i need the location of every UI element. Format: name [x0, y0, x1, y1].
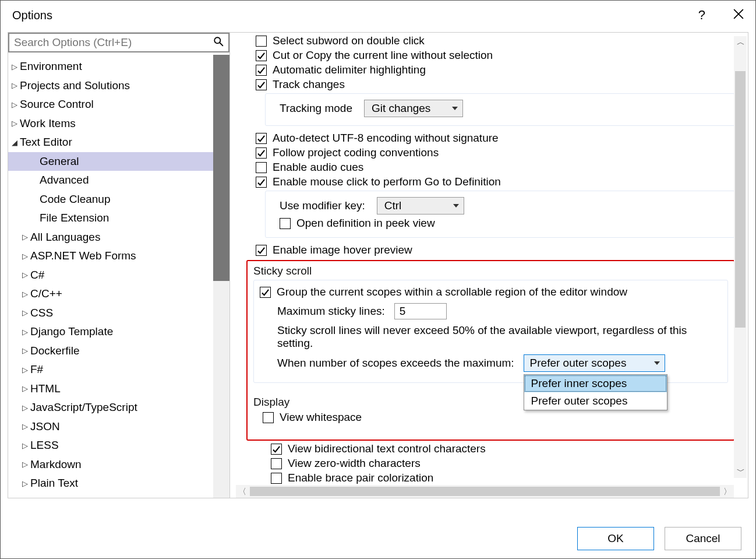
- chevron-right-icon[interactable]: 〉: [723, 487, 732, 497]
- help-icon[interactable]: ?: [698, 8, 705, 23]
- checkbox-icon[interactable]: [256, 162, 267, 173]
- checkbox-icon[interactable]: [256, 36, 267, 47]
- max-sticky-input[interactable]: [394, 303, 447, 319]
- tree-item-label: Dockerfile: [30, 343, 79, 360]
- opt-zero[interactable]: View zero-width characters: [271, 457, 735, 470]
- search-icon[interactable]: [213, 36, 224, 49]
- opt-gotodef[interactable]: Enable mouse click to perform Go to Defi…: [256, 175, 735, 188]
- modifier-select[interactable]: Ctrl: [377, 197, 464, 215]
- close-icon[interactable]: [733, 9, 744, 22]
- tree-item[interactable]: ▷Source Control: [8, 95, 213, 114]
- tree-item[interactable]: ▷CSS: [8, 304, 213, 323]
- tree-item[interactable]: Advanced: [8, 171, 213, 190]
- caret-right-icon[interactable]: ▷: [12, 80, 19, 92]
- checkbox-icon[interactable]: [256, 50, 267, 61]
- checkbox-icon[interactable]: [256, 79, 267, 90]
- caret-right-icon[interactable]: ▷: [22, 421, 29, 433]
- caret-right-icon[interactable]: ▷: [12, 61, 19, 73]
- caret-right-icon[interactable]: ▷: [22, 289, 29, 300]
- caret-right-icon[interactable]: ▷: [22, 231, 29, 243]
- scopes-dropdown[interactable]: Prefer inner scopes Prefer outer scopes: [524, 374, 667, 410]
- tree-item[interactable]: ▷HTML: [8, 379, 213, 399]
- opt-subword[interactable]: Select subword on double click: [256, 34, 735, 47]
- ok-button[interactable]: OK: [577, 527, 654, 550]
- tree-item[interactable]: ▷Work Items: [8, 114, 213, 133]
- caret-right-icon[interactable]: ▷: [22, 269, 29, 281]
- vertical-scrollbar[interactable]: ︿ ﹀: [734, 36, 747, 478]
- opt-whitespace[interactable]: View whitespace: [263, 411, 734, 424]
- tree-item[interactable]: ▷All Languages: [8, 228, 213, 247]
- chevron-up-icon[interactable]: ︿: [737, 37, 745, 48]
- tree-item-label: F#: [30, 361, 43, 378]
- chevron-down-icon[interactable]: ﹀: [737, 466, 745, 477]
- tree-item[interactable]: ▷Plain Text: [8, 474, 213, 493]
- caret-right-icon[interactable]: ▷: [22, 364, 29, 376]
- checkbox-icon[interactable]: [256, 65, 267, 76]
- caret-right-icon[interactable]: ▷: [22, 326, 29, 338]
- opt-peek[interactable]: Open definition in peek view: [280, 217, 729, 230]
- tree-item[interactable]: ▷Projects and Solutions: [8, 76, 213, 96]
- caret-right-icon[interactable]: ▷: [12, 99, 19, 111]
- caret-right-icon[interactable]: ▷: [22, 345, 29, 357]
- tracking-mode-select[interactable]: Git changes: [364, 100, 463, 117]
- scrollbar-thumb[interactable]: [735, 71, 746, 328]
- opt-track[interactable]: Track changes: [256, 78, 735, 91]
- checkbox-icon[interactable]: [256, 177, 267, 188]
- tree-item[interactable]: ▷C/C++: [8, 284, 213, 304]
- checkbox-icon[interactable]: [271, 458, 282, 469]
- opt-delim[interactable]: Automatic delimiter highlighting: [256, 64, 735, 76]
- chevron-left-icon[interactable]: 〈: [238, 487, 246, 497]
- opt-bidi[interactable]: View bidirectional text control characte…: [271, 442, 735, 455]
- opt-cutcopy[interactable]: Cut or Copy the current line without sel…: [256, 49, 735, 62]
- tree-item[interactable]: ▷Python: [8, 493, 213, 498]
- search-box[interactable]: [8, 33, 229, 52]
- tree-item[interactable]: File Extension: [8, 209, 213, 228]
- tree-item[interactable]: ▷LESS: [8, 436, 213, 455]
- horizontal-scrollbar[interactable]: 〈 〉: [236, 485, 734, 498]
- checkbox-icon[interactable]: [256, 245, 267, 256]
- tree-item[interactable]: ▷Django Template: [8, 322, 213, 342]
- tree-item[interactable]: ◢Text Editor: [8, 133, 213, 152]
- opt-conventions[interactable]: Follow project coding conventions: [256, 146, 735, 159]
- tree-item[interactable]: ▷Markdown: [8, 455, 213, 474]
- caret-right-icon[interactable]: ▷: [12, 118, 19, 129]
- tree-item[interactable]: ▷JavaScript/TypeScript: [8, 398, 213, 417]
- caret-right-icon[interactable]: ▷: [22, 459, 29, 470]
- caret-down-icon[interactable]: ◢: [12, 137, 19, 149]
- tree-item[interactable]: ▷F#: [8, 360, 213, 379]
- caret-right-icon[interactable]: ▷: [22, 478, 29, 490]
- scopes-option-inner[interactable]: Prefer inner scopes: [524, 375, 667, 392]
- tree-item[interactable]: ▷C#: [8, 266, 213, 285]
- checkbox-icon[interactable]: [256, 133, 267, 144]
- tree-item[interactable]: General: [8, 152, 213, 171]
- opt-autodetect[interactable]: Auto-detect UTF-8 encoding without signa…: [256, 132, 735, 145]
- search-input[interactable]: [14, 36, 213, 49]
- opt-sticky-group[interactable]: Group the current scopes within a scroll…: [260, 286, 722, 298]
- opt-imagehover[interactable]: Enable image hover preview: [256, 244, 735, 256]
- tree-scrollbar[interactable]: ▷Environment▷Projects and Solutions▷Sour…: [8, 55, 229, 498]
- tree-item[interactable]: ▷Dockerfile: [8, 342, 213, 361]
- tree-item[interactable]: ▷ASP.NET Web Forms: [8, 247, 213, 266]
- scopes-select[interactable]: Prefer outer scopes: [524, 354, 665, 372]
- opt-audio[interactable]: Enable audio cues: [256, 161, 735, 174]
- scrollbar-thumb[interactable]: [250, 487, 720, 496]
- opt-brace[interactable]: Enable brace pair colorization: [271, 472, 735, 484]
- cancel-button[interactable]: Cancel: [665, 527, 741, 550]
- tree-item[interactable]: ▷Environment: [8, 57, 213, 76]
- checkbox-icon[interactable]: [263, 412, 274, 423]
- caret-right-icon[interactable]: ▷: [22, 402, 29, 414]
- scopes-option-outer[interactable]: Prefer outer scopes: [524, 392, 667, 410]
- checkbox-icon[interactable]: [260, 287, 271, 298]
- checkbox-icon[interactable]: [280, 218, 291, 229]
- checkbox-icon[interactable]: [271, 444, 282, 455]
- caret-right-icon[interactable]: ▷: [22, 497, 29, 498]
- checkbox-icon[interactable]: [256, 147, 267, 159]
- caret-right-icon[interactable]: ▷: [22, 383, 29, 395]
- caret-right-icon[interactable]: ▷: [22, 251, 29, 262]
- tree-item[interactable]: ▷JSON: [8, 417, 213, 437]
- caret-right-icon[interactable]: ▷: [22, 440, 29, 452]
- checkbox-icon[interactable]: [271, 473, 282, 484]
- opt-label: View whitespace: [280, 411, 362, 424]
- tree-item[interactable]: Code Cleanup: [8, 190, 213, 209]
- caret-right-icon[interactable]: ▷: [22, 307, 29, 319]
